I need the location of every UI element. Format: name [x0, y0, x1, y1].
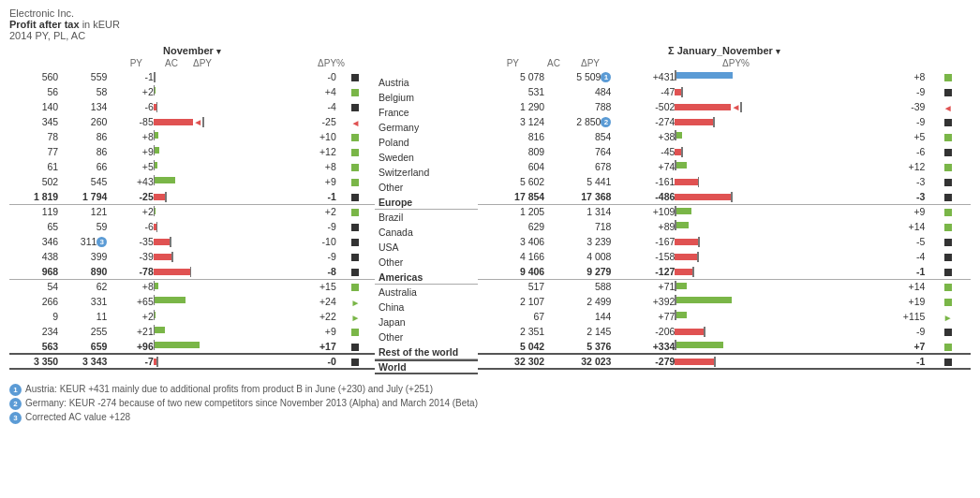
table-row: 1 290 788 -502 ◄ -39 ◄ — [478, 99, 971, 114]
table-row: 629 718 +89 +14 — [478, 219, 971, 234]
table-row: 531 484 -47 -9 — [478, 84, 971, 99]
footnote-badge: 2 — [9, 398, 22, 410]
table-row: 17 854 17 368 -486 -3 — [478, 189, 971, 204]
region-label: Canada — [375, 225, 478, 240]
table-row: 3 350 3 343 -7 -0 — [9, 354, 375, 369]
table-row: 234 255 +21 +9 — [9, 324, 375, 339]
table-row: 3 124 2 8502 -274 -9 — [478, 114, 971, 129]
table-row: 78 86 +8 +10 — [9, 129, 375, 144]
region-label: USA — [375, 240, 478, 255]
table-row: 560 559 -1 -0 — [9, 69, 375, 84]
table-row: 266 331 +65 +24 ► — [9, 294, 375, 309]
table-row: 61 66 +5 +8 — [9, 159, 375, 174]
table-row: 345 260 -85 ◄ -25 ◄ — [9, 114, 375, 129]
region-label: Other — [375, 330, 478, 344]
table-row: 2 107 2 499 +392 +19 — [478, 294, 971, 309]
region-label: Switzerland — [375, 165, 478, 180]
footnote-item: 3 Corrected AC value +128 — [9, 412, 971, 424]
footnote-text: Germany: KEUR -274 because of two new co… — [25, 398, 478, 408]
table-row: 1 819 1 794 -25 -1 — [9, 189, 375, 204]
table-row: 517 588 +71 +14 — [478, 279, 971, 294]
region-label: Other — [375, 180, 478, 195]
table-row: 968 890 -78 -8 — [9, 264, 375, 279]
region-label: Brazil — [375, 210, 478, 225]
footnote-item: 2 Germany: KEUR -274 because of two new … — [9, 398, 971, 410]
region-label: Europe — [375, 195, 478, 210]
table-row: 816 854 +38 +5 — [478, 129, 971, 144]
footnotes: 1 Austria: KEUR +431 mainly due to addit… — [9, 384, 971, 424]
left-col-headers: PY AC ΔPY ΔPY% — [9, 58, 375, 69]
region-label: Poland — [375, 135, 478, 150]
region-label: Austria — [375, 75, 478, 90]
table-row: 438 399 -39 -9 — [9, 249, 375, 264]
left-table: 560 559 -1 -0 56 58 +2 +4 140 134 -6 -4 … — [9, 69, 375, 370]
footnote-text: Corrected AC value +128 — [25, 412, 130, 422]
metric-name: Profit after tax — [9, 19, 80, 30]
metric-label: Profit after tax in kEUR — [9, 19, 971, 30]
table-row: 32 302 32 023 -279 -1 — [478, 354, 971, 369]
table-row: 2 351 2 145 -206 -9 — [478, 324, 971, 339]
footnote-badge: 1 — [9, 384, 22, 396]
region-label: World — [375, 359, 478, 374]
region-label: France — [375, 105, 478, 120]
left-panel-title: November ▾ — [9, 45, 375, 58]
year-label: 2014 PY, PL, AC — [9, 30, 971, 41]
right-table: 5 078 5 5091 +431 +8 531 484 -47 -9 1 29… — [478, 69, 971, 370]
region-label: Australia — [375, 285, 478, 300]
unit-label: in kEUR — [82, 19, 120, 30]
table-row: 9 11 +2 +22 ► — [9, 309, 375, 324]
right-col-headers: PY AC ΔPY ΔPY% — [478, 58, 971, 69]
footnote-badge: 3 — [9, 412, 22, 424]
left-panel: November ▾ PY AC ΔPY ΔPY% 560 559 -1 -0 … — [9, 45, 375, 374]
table-row: 809 764 -45 -6 — [478, 144, 971, 159]
table-row: 502 545 +43 +9 — [9, 174, 375, 189]
table-row: 54 62 +8 +15 — [9, 279, 375, 294]
region-label: Other — [375, 255, 478, 270]
region-label: Germany — [375, 120, 478, 135]
region-label: China — [375, 300, 478, 315]
main-container: Electronic Inc. Profit after tax in kEUR… — [0, 0, 980, 433]
table-row: 140 134 -6 -4 — [9, 99, 375, 114]
table-row: 5 078 5 5091 +431 +8 — [478, 69, 971, 84]
right-panel-title: Σ January_November ▾ — [478, 45, 971, 58]
table-row: 1 205 1 314 +109 +9 — [478, 204, 971, 219]
footnote-text: Austria: KEUR +431 mainly due to additio… — [25, 384, 433, 394]
region-label: Belgium — [375, 90, 478, 105]
table-row: 5 042 5 376 +334 +7 — [478, 339, 971, 354]
table-row: 346 3113 -35 -10 — [9, 234, 375, 249]
table-row: 4 166 4 008 -158 -4 — [478, 249, 971, 264]
region-label: Americas — [375, 270, 478, 285]
region-label: Rest of the world — [375, 344, 478, 359]
company-name: Electronic Inc. — [9, 7, 971, 19]
region-label: Japan — [375, 315, 478, 330]
table-row: 9 406 9 279 -127 -1 — [478, 264, 971, 279]
table-row: 604 678 +74 +12 — [478, 159, 971, 174]
region-label: Sweden — [375, 150, 478, 165]
footnote-item: 1 Austria: KEUR +431 mainly due to addit… — [9, 384, 971, 396]
table-row: 119 121 +2 +2 — [9, 204, 375, 219]
table-row: 3 406 3 239 -167 -5 — [478, 234, 971, 249]
table-row: 5 602 5 441 -161 -3 — [478, 174, 971, 189]
table-row: 56 58 +2 +4 — [9, 84, 375, 99]
table-row: 67 144 +77 +115 ► — [478, 309, 971, 324]
table-row: 65 59 -6 -9 — [9, 219, 375, 234]
region-column: AustriaBelgiumFranceGermanyPolandSwedenS… — [375, 45, 478, 374]
table-row: 563 659 +96 +17 — [9, 339, 375, 354]
right-panel: Σ January_November ▾ PY AC ΔPY ΔPY% 5 07… — [478, 45, 971, 374]
table-row: 77 86 +9 +12 — [9, 144, 375, 159]
